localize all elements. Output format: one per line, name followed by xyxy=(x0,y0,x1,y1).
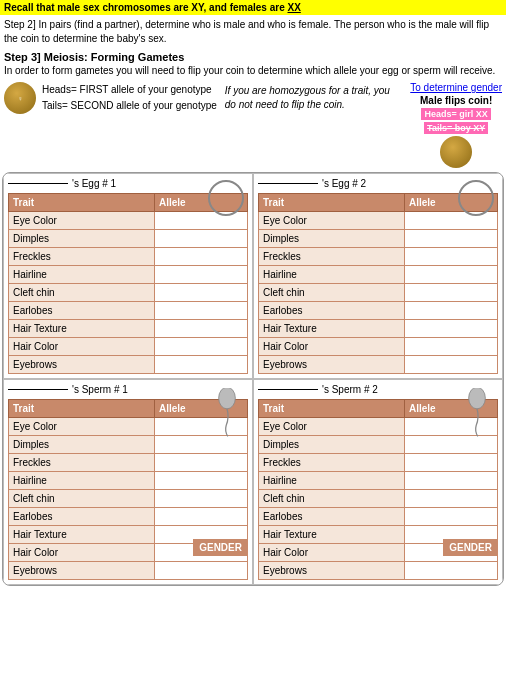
trait-cell: Cleft chin xyxy=(259,284,405,302)
table-row: Hair Color xyxy=(9,338,248,356)
table-row: Cleft chin xyxy=(9,284,248,302)
allele-cell[interactable] xyxy=(154,266,247,284)
egg1-trait-header: Trait xyxy=(9,194,155,212)
trait-cell: Hair Texture xyxy=(259,526,405,544)
sperm1-gender-badge: GENDER xyxy=(193,539,248,556)
trait-cell: Dimples xyxy=(9,436,155,454)
trait-cell: Eyebrows xyxy=(259,356,405,374)
table-row: Hairline xyxy=(9,266,248,284)
allele-cell[interactable] xyxy=(154,320,247,338)
banner-text-pre: Recall that male sex chromosomes are XY,… xyxy=(4,2,287,13)
trait-cell: Hairline xyxy=(259,266,405,284)
table-row: Freckles xyxy=(259,454,498,472)
allele-cell[interactable] xyxy=(154,302,247,320)
allele-cell[interactable] xyxy=(154,338,247,356)
table-row: Earlobes xyxy=(9,508,248,526)
trait-cell: Hairline xyxy=(9,472,155,490)
trait-cell: Hair Color xyxy=(9,544,155,562)
egg2-name-blank[interactable] xyxy=(258,183,318,184)
sperm2-icon xyxy=(462,388,492,438)
table-row: Cleft chin xyxy=(9,490,248,508)
svg-point-1 xyxy=(469,388,486,409)
trait-cell: Earlobes xyxy=(9,508,155,526)
trait-cell: Eye Color xyxy=(259,418,405,436)
table-row: Hair Texture xyxy=(259,320,498,338)
sperm2-gender-badge: GENDER xyxy=(443,539,498,556)
allele-cell[interactable] xyxy=(154,562,247,580)
trait-cell: Cleft chin xyxy=(9,284,155,302)
allele-cell[interactable] xyxy=(154,230,247,248)
egg1-table: Trait Allele Eye ColorDimplesFrecklesHai… xyxy=(8,193,248,374)
allele-cell[interactable] xyxy=(154,490,247,508)
egg1-name-blank[interactable] xyxy=(8,183,68,184)
table-row: Cleft chin xyxy=(259,284,498,302)
trait-cell: Earlobes xyxy=(259,508,405,526)
sperm2-title-text: 's Sperm # 2 xyxy=(322,384,378,395)
egg2-table: Trait Allele Eye ColorDimplesFrecklesHai… xyxy=(258,193,498,374)
sperm1-title-text: 's Sperm # 1 xyxy=(72,384,128,395)
quadrant-egg1: 's Egg # 1 Trait Allele Eye ColorDimples… xyxy=(3,173,253,379)
trait-cell: Eye Color xyxy=(9,418,155,436)
allele-cell[interactable] xyxy=(154,356,247,374)
trait-cell: Cleft chin xyxy=(259,490,405,508)
trait-cell: Hair Color xyxy=(9,338,155,356)
allele-cell[interactable] xyxy=(404,266,497,284)
allele-cell[interactable] xyxy=(404,436,497,454)
sperm2-name-blank[interactable] xyxy=(258,389,318,390)
allele-cell[interactable] xyxy=(404,562,497,580)
trait-cell: Dimples xyxy=(259,436,405,454)
allele-cell[interactable] xyxy=(404,454,497,472)
allele-cell[interactable] xyxy=(154,508,247,526)
coin-labels: Heads= FIRST allele of your genotype Tai… xyxy=(42,82,217,114)
table-row: Dimples xyxy=(9,230,248,248)
trait-cell: Freckles xyxy=(9,454,155,472)
allele-cell[interactable] xyxy=(404,356,497,374)
egg1-circle xyxy=(208,180,244,216)
allele-cell[interactable] xyxy=(404,284,497,302)
allele-cell[interactable] xyxy=(404,248,497,266)
table-row: Earlobes xyxy=(259,508,498,526)
egg1-title-text: 's Egg # 1 xyxy=(72,178,116,189)
sperm2-trait-header: Trait xyxy=(259,400,405,418)
egg2-trait-header: Trait xyxy=(259,194,405,212)
allele-cell[interactable] xyxy=(154,454,247,472)
allele-cell[interactable] xyxy=(154,284,247,302)
gender-sub: Male flips coin! xyxy=(420,95,492,106)
allele-cell[interactable] xyxy=(154,436,247,454)
table-row: Freckles xyxy=(9,454,248,472)
allele-cell[interactable] xyxy=(404,508,497,526)
table-row: Hairline xyxy=(9,472,248,490)
table-row: Dimples xyxy=(259,436,498,454)
gender-label1: Heads= girl XX xyxy=(421,108,490,120)
egg2-title-text: 's Egg # 2 xyxy=(322,178,366,189)
table-row: Hairline xyxy=(259,472,498,490)
allele-cell[interactable] xyxy=(154,248,247,266)
trait-cell: Eyebrows xyxy=(259,562,405,580)
allele-cell[interactable] xyxy=(404,490,497,508)
sperm1-name-blank[interactable] xyxy=(8,389,68,390)
trait-cell: Hair Color xyxy=(259,338,405,356)
trait-cell: Eye Color xyxy=(259,212,405,230)
svg-point-0 xyxy=(219,388,236,409)
allele-cell[interactable] xyxy=(404,230,497,248)
allele-cell[interactable] xyxy=(404,472,497,490)
table-row: Dimples xyxy=(259,230,498,248)
table-row: Eyebrows xyxy=(9,356,248,374)
egg2-circle xyxy=(458,180,494,216)
gender-link: To determine gender xyxy=(410,82,502,93)
table-row: Hair Color xyxy=(259,338,498,356)
trait-cell: Dimples xyxy=(259,230,405,248)
table-row: Hair Texture xyxy=(9,320,248,338)
allele-cell[interactable] xyxy=(404,338,497,356)
coin-section: ♀ Heads= FIRST allele of your genotype T… xyxy=(4,82,217,114)
allele-cell[interactable] xyxy=(404,320,497,338)
allele-cell[interactable] xyxy=(154,472,247,490)
trait-cell: Hairline xyxy=(259,472,405,490)
trait-cell: Freckles xyxy=(259,248,405,266)
trait-cell: Hair Color xyxy=(259,544,405,562)
quadrant-sperm1: 's Sperm # 1 Trait Allele Eye ColorDimpl… xyxy=(3,379,253,585)
table-row: Eyebrows xyxy=(9,562,248,580)
trait-cell: Cleft chin xyxy=(9,490,155,508)
allele-cell[interactable] xyxy=(404,302,497,320)
step3-header: Step 3] Meiosis: Forming Gametes xyxy=(0,49,506,63)
